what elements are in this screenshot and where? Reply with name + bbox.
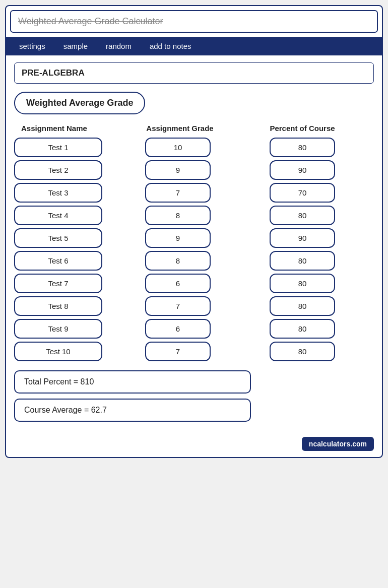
assignment-name-cell[interactable]: Test 10 <box>14 342 102 361</box>
table-row: Test 11080 <box>14 138 374 157</box>
assignment-grade-cell[interactable]: 7 <box>145 183 211 203</box>
course-name[interactable]: PRE-ALGEBRA <box>14 62 374 84</box>
nav-random[interactable]: random <box>97 37 141 55</box>
assignment-name-cell[interactable]: Test 2 <box>14 160 102 180</box>
assignment-grade-cell[interactable]: 9 <box>145 160 211 180</box>
assignment-name-cell[interactable]: Test 7 <box>14 274 102 293</box>
table-row: Test 2990 <box>14 160 374 180</box>
total-percent-box: Total Percent = 810 <box>14 370 251 394</box>
nav-add-to-notes[interactable]: add to notes <box>141 37 201 55</box>
percent-of-course-cell[interactable]: 80 <box>270 319 335 339</box>
percent-of-course-cell[interactable]: 70 <box>270 183 335 203</box>
percent-of-course-cell[interactable]: 80 <box>270 274 335 293</box>
percent-of-course-cell[interactable]: 80 <box>270 251 335 271</box>
nav-settings[interactable]: settings <box>10 37 54 55</box>
app-container: Weighted Average Grade Calculator settin… <box>5 5 383 458</box>
assignment-name-cell[interactable]: Test 1 <box>14 138 102 157</box>
brand-badge: ncalculators.com <box>302 437 374 451</box>
table-row: Test 5990 <box>14 228 374 248</box>
table-row: Test 7680 <box>14 274 374 293</box>
results-section: Total Percent = 810 Course Average = 62.… <box>14 370 374 422</box>
data-rows: Test 11080Test 2990Test 3770Test 4880Tes… <box>14 138 374 361</box>
assignment-grade-cell[interactable]: 6 <box>145 319 211 339</box>
percent-of-course-cell[interactable]: 80 <box>270 138 335 157</box>
table-header: Assignment Name Assignment Grade Percent… <box>14 123 374 134</box>
nav-sample[interactable]: sample <box>54 37 97 55</box>
assignment-grade-cell[interactable]: 10 <box>145 138 211 157</box>
assignment-name-cell[interactable]: Test 3 <box>14 183 102 203</box>
table-row: Test 10780 <box>14 342 374 361</box>
assignment-name-cell[interactable]: Test 8 <box>14 296 102 316</box>
assignment-name-cell[interactable]: Test 5 <box>14 228 102 248</box>
table-row: Test 6880 <box>14 251 374 271</box>
main-content: PRE-ALGEBRA Weighted Average Grade Assig… <box>6 55 382 432</box>
table-row: Test 4880 <box>14 206 374 225</box>
percent-of-course-cell[interactable]: 90 <box>270 160 335 180</box>
assignment-grade-cell[interactable]: 7 <box>145 296 211 316</box>
app-title: Weighted Average Grade Calculator <box>10 10 378 33</box>
table-row: Test 9680 <box>14 319 374 339</box>
percent-of-course-cell[interactable]: 80 <box>270 342 335 361</box>
calculator-header: Weighted Average Grade <box>14 92 145 114</box>
assignment-name-cell[interactable]: Test 4 <box>14 206 102 225</box>
percent-of-course-cell[interactable]: 80 <box>270 296 335 316</box>
col-header-name: Assignment Name <box>16 123 127 134</box>
table-row: Test 3770 <box>14 183 374 203</box>
footer-brand: ncalculators.com <box>6 432 382 457</box>
assignment-grade-cell[interactable]: 9 <box>145 228 211 248</box>
assignment-grade-cell[interactable]: 8 <box>145 251 211 271</box>
table-row: Test 8780 <box>14 296 374 316</box>
assignment-name-cell[interactable]: Test 6 <box>14 251 102 271</box>
assignment-name-cell[interactable]: Test 9 <box>14 319 102 339</box>
nav-bar: settings sample random add to notes <box>6 37 382 55</box>
course-average-box: Course Average = 62.7 <box>14 399 251 422</box>
assignment-grade-cell[interactable]: 8 <box>145 206 211 225</box>
col-header-grade: Assignment Grade <box>127 123 233 134</box>
percent-of-course-cell[interactable]: 80 <box>270 206 335 225</box>
assignment-grade-cell[interactable]: 6 <box>145 274 211 293</box>
assignment-grade-cell[interactable]: 7 <box>145 342 211 361</box>
col-header-percent: Percent of Course <box>233 123 372 134</box>
percent-of-course-cell[interactable]: 90 <box>270 228 335 248</box>
